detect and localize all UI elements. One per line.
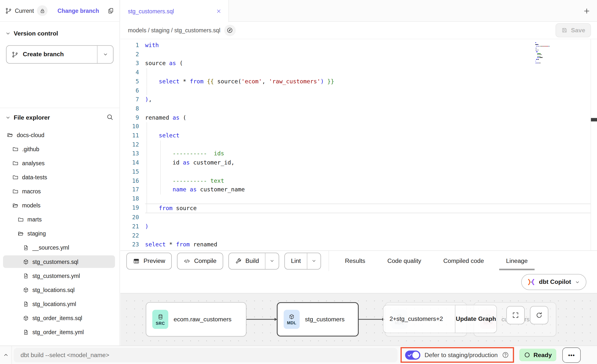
code-line-content	[145, 167, 591, 177]
code-lines[interactable]: 1with2 3source as (4 5 select * from {{ …	[120, 39, 597, 249]
tree-item-docs-cloud[interactable]: docs-cloud	[0, 128, 120, 142]
build-dropdown[interactable]	[265, 253, 279, 269]
code-line-20[interactable]: 20	[120, 213, 597, 222]
code-line-5[interactable]: 5 select * from {{ source('ecom', 'raw_c…	[120, 77, 597, 86]
tree-item-models[interactable]: models	[0, 198, 120, 212]
line-number: 9	[120, 113, 139, 122]
tree-item-macros[interactable]: macros	[0, 184, 120, 198]
defer-toggle[interactable]	[405, 350, 420, 360]
tree-item--sources-yml[interactable]: __sources.yml	[0, 240, 120, 255]
code-editor[interactable]: 1with2 3source as (4 5 select * from {{ …	[120, 39, 597, 251]
tree-item-stg-locations-sql[interactable]: stg_locations.sql	[0, 283, 120, 297]
code-line-1[interactable]: 1with	[120, 41, 597, 50]
breadcrumb: models / staging / stg_customers.sql	[128, 27, 220, 34]
code-line-21[interactable]: 21)	[120, 222, 597, 231]
doc-icon	[23, 273, 29, 279]
tab-results[interactable]: Results	[345, 251, 365, 271]
tab-lineage[interactable]: Lineage	[506, 251, 528, 271]
lineage-selector-input[interactable]: 2+stg_customers+2	[383, 305, 455, 333]
scrollbar-thumb[interactable]	[591, 118, 597, 121]
create-branch-button[interactable]: Create branch	[6, 45, 113, 64]
folder-open-icon	[18, 230, 24, 237]
code-line-22[interactable]: 22	[120, 231, 597, 240]
preview-button[interactable]: Preview	[126, 253, 172, 269]
build-split-button[interactable]: Build	[228, 253, 279, 269]
copy-icon[interactable]	[107, 7, 114, 14]
lineage-graph[interactable]: SRCecom.raw_customers MDLstg_customers M…	[120, 293, 597, 346]
code-line-3[interactable]: 3source as (	[120, 59, 597, 68]
tree-item-stg-order-items-yml[interactable]: stg_order_items.yml	[0, 325, 120, 339]
code-line-13[interactable]: 13 ---------- ids	[120, 149, 597, 159]
line-number: 1	[120, 41, 139, 50]
code-icon	[184, 257, 190, 264]
tree-item-stg-customers-sql[interactable]: stg_customers.sql	[0, 255, 120, 269]
tree-item-stg-customers-yml[interactable]: stg_customers.yml	[0, 269, 120, 283]
tree-item--github[interactable]: .github	[0, 142, 120, 156]
command-input[interactable]: dbt build --select <model_name>	[14, 348, 398, 362]
breadcrumb-row: models / staging / stg_customers.sql Sav…	[120, 22, 597, 39]
version-control-header[interactable]: Version control	[0, 22, 120, 38]
doc-icon	[23, 245, 29, 251]
help-icon[interactable]	[502, 351, 509, 359]
minimap[interactable]	[535, 42, 570, 64]
tab-stg-customers-sql[interactable]: stg_customers.sql	[120, 0, 229, 22]
fullscreen-button[interactable]	[506, 306, 525, 324]
file-actions-pill[interactable]	[224, 25, 235, 36]
search-icon[interactable]	[106, 113, 113, 121]
code-line-18[interactable]: 18	[120, 195, 597, 204]
code-line-15[interactable]: 15	[120, 167, 597, 177]
more-options-button[interactable]: •••	[562, 347, 581, 363]
update-graph-button[interactable]: Update Graph	[455, 305, 497, 333]
folder-icon	[12, 188, 19, 194]
lint-dropdown[interactable]	[307, 253, 321, 269]
code-line-6[interactable]: 6	[120, 86, 597, 95]
status-bar: dbt build --select <model_name> Defer to…	[0, 346, 597, 364]
code-line-9[interactable]: 9renamed as (	[120, 113, 597, 122]
code-line-10[interactable]: 10	[120, 122, 597, 131]
code-line-4[interactable]: 4	[120, 68, 597, 77]
file-explorer-header[interactable]: File explorer	[0, 108, 120, 123]
folder-icon	[12, 146, 19, 152]
refresh-icon	[535, 311, 543, 319]
toolbar-divider	[329, 251, 329, 271]
file-tree: docs-cloud.githubanalysesdata-testsmacro…	[0, 128, 120, 339]
tree-item-stg-order-items-sql[interactable]: stg_order_items.sql	[0, 311, 120, 325]
edge-src-to-stg	[246, 319, 277, 319]
panel-tabs: Results Code quality Compiled code Linea…	[345, 251, 528, 271]
refresh-button[interactable]	[530, 306, 548, 324]
tree-item-marts[interactable]: marts	[0, 212, 120, 226]
create-branch-dropdown[interactable]	[97, 46, 113, 63]
tab-compiled-code[interactable]: Compiled code	[443, 251, 484, 271]
tree-item-analyses[interactable]: analyses	[0, 156, 120, 170]
code-line-8[interactable]: 8	[120, 104, 597, 113]
lineage-node-ecom-raw-customers[interactable]: SRCecom.raw_customers	[146, 302, 246, 336]
tree-item-data-tests[interactable]: data-tests	[0, 170, 120, 184]
code-line-14[interactable]: 14 id as customer_id,	[120, 158, 597, 167]
tab-code-quality[interactable]: Code quality	[387, 251, 421, 271]
close-icon[interactable]	[216, 8, 222, 14]
dbt-copilot-button[interactable]: dbt Copilot	[521, 274, 586, 290]
code-line-16[interactable]: 16 ---------- text	[120, 176, 597, 185]
code-line-19[interactable]: 19 from source	[120, 203, 597, 213]
code-line-2[interactable]: 2	[120, 50, 597, 59]
expand-command-bar-button[interactable]	[0, 346, 12, 364]
node-label: ecom.raw_customers	[174, 316, 232, 323]
compile-button[interactable]: Compile	[177, 253, 223, 269]
line-number: 14	[120, 158, 139, 167]
tree-item-staging[interactable]: staging	[0, 226, 120, 240]
build-label: Build	[245, 257, 259, 264]
lineage-node-stg-customers[interactable]: MDLstg_customers	[277, 302, 359, 336]
code-line-12[interactable]: 12	[120, 140, 597, 149]
tree-item-stg-locations-yml[interactable]: stg_locations.yml	[0, 297, 120, 311]
line-number: 3	[120, 59, 139, 68]
change-branch-link[interactable]: Change branch	[57, 7, 99, 14]
code-line-7[interactable]: 7),	[120, 95, 597, 104]
code-line-11[interactable]: 11 select	[120, 131, 597, 141]
code-line-content	[145, 68, 591, 77]
lint-split-button[interactable]: Lint	[284, 253, 321, 269]
line-number: 21	[120, 222, 139, 231]
save-button[interactable]: Save	[555, 23, 591, 37]
code-line-23[interactable]: 23select * from renamed	[120, 240, 597, 250]
code-line-17[interactable]: 17 name as customer_name	[120, 185, 597, 195]
new-tab-button[interactable]	[581, 5, 592, 17]
